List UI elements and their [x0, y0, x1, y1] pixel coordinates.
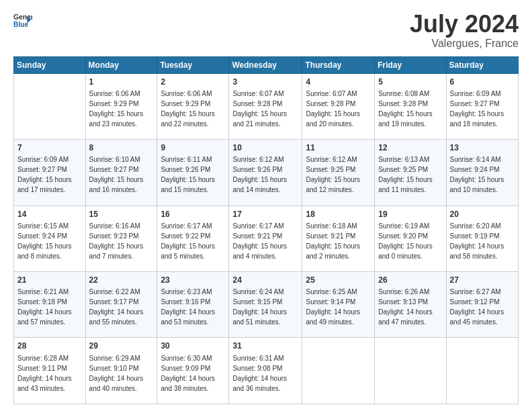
table-cell: 28Sunrise: 6:28 AMSunset: 9:11 PMDayligh…	[14, 338, 86, 404]
col-wednesday: Wednesday	[229, 56, 302, 73]
cell-details: Sunrise: 6:17 AMSunset: 9:21 PMDaylight:…	[232, 221, 298, 261]
table-cell: 17Sunrise: 6:17 AMSunset: 9:21 PMDayligh…	[229, 205, 302, 271]
calendar-table: Sunday Monday Tuesday Wednesday Thursday…	[13, 56, 519, 404]
svg-text:Blue: Blue	[13, 21, 29, 28]
table-cell	[446, 338, 518, 404]
table-cell: 4Sunrise: 6:07 AMSunset: 9:28 PMDaylight…	[302, 73, 375, 139]
logo-icon: General Blue	[13, 11, 32, 30]
page: General Blue July 2024 Valergues, France…	[0, 0, 532, 411]
cell-details: Sunrise: 6:12 AMSunset: 9:25 PMDaylight:…	[306, 154, 371, 195]
day-number: 18	[306, 209, 371, 220]
col-tuesday: Tuesday	[157, 56, 229, 73]
cell-details: Sunrise: 6:08 AMSunset: 9:28 PMDaylight:…	[378, 89, 442, 129]
day-number: 20	[450, 209, 515, 220]
cell-details: Sunrise: 6:07 AMSunset: 9:28 PMDaylight:…	[232, 89, 298, 129]
table-cell: 15Sunrise: 6:16 AMSunset: 9:23 PMDayligh…	[85, 205, 157, 271]
cell-details: Sunrise: 6:23 AMSunset: 9:16 PMDaylight:…	[161, 287, 225, 327]
day-number: 24	[232, 275, 298, 286]
day-number: 9	[161, 142, 225, 154]
table-cell: 11Sunrise: 6:12 AMSunset: 9:25 PMDayligh…	[302, 140, 375, 205]
cell-details: Sunrise: 6:18 AMSunset: 9:21 PMDaylight:…	[306, 221, 371, 261]
cell-details: Sunrise: 6:30 AMSunset: 9:09 PMDaylight:…	[161, 353, 225, 394]
cell-details: Sunrise: 6:11 AMSunset: 9:26 PMDaylight:…	[161, 154, 225, 195]
table-cell: 7Sunrise: 6:09 AMSunset: 9:27 PMDaylight…	[14, 140, 86, 205]
day-number: 12	[378, 142, 442, 154]
table-cell: 24Sunrise: 6:24 AMSunset: 9:15 PMDayligh…	[229, 272, 302, 338]
table-cell: 2Sunrise: 6:06 AMSunset: 9:29 PMDaylight…	[157, 73, 229, 139]
col-sunday: Sunday	[14, 56, 86, 73]
cell-details: Sunrise: 6:10 AMSunset: 9:27 PMDaylight:…	[89, 154, 154, 195]
day-number: 10	[232, 142, 298, 154]
day-number: 1	[89, 77, 154, 88]
cell-details: Sunrise: 6:06 AMSunset: 9:29 PMDaylight:…	[161, 89, 225, 129]
day-number: 29	[89, 340, 154, 352]
cell-details: Sunrise: 6:22 AMSunset: 9:17 PMDaylight:…	[89, 287, 154, 327]
logo: General Blue	[13, 11, 32, 30]
cell-details: Sunrise: 6:24 AMSunset: 9:15 PMDaylight:…	[232, 287, 298, 327]
table-row: 7Sunrise: 6:09 AMSunset: 9:27 PMDaylight…	[14, 140, 519, 205]
cell-details: Sunrise: 6:07 AMSunset: 9:28 PMDaylight:…	[306, 89, 371, 129]
table-cell: 8Sunrise: 6:10 AMSunset: 9:27 PMDaylight…	[85, 140, 157, 205]
table-cell: 20Sunrise: 6:20 AMSunset: 9:19 PMDayligh…	[446, 205, 518, 271]
day-number: 22	[89, 275, 154, 286]
cell-details: Sunrise: 6:21 AMSunset: 9:18 PMDaylight:…	[17, 287, 82, 327]
table-cell: 3Sunrise: 6:07 AMSunset: 9:28 PMDaylight…	[229, 73, 302, 139]
day-number: 2	[161, 77, 225, 88]
table-cell: 30Sunrise: 6:30 AMSunset: 9:09 PMDayligh…	[157, 338, 229, 404]
day-number: 30	[161, 340, 225, 352]
day-number: 28	[17, 340, 82, 352]
table-row: 28Sunrise: 6:28 AMSunset: 9:11 PMDayligh…	[14, 338, 519, 404]
day-number: 7	[17, 142, 82, 154]
table-cell: 21Sunrise: 6:21 AMSunset: 9:18 PMDayligh…	[14, 272, 86, 338]
cell-details: Sunrise: 6:09 AMSunset: 9:27 PMDaylight:…	[450, 89, 515, 129]
cell-details: Sunrise: 6:13 AMSunset: 9:25 PMDaylight:…	[378, 154, 442, 195]
title-block: July 2024 Valergues, France	[410, 11, 519, 50]
day-number: 3	[232, 77, 298, 88]
cell-details: Sunrise: 6:16 AMSunset: 9:23 PMDaylight:…	[89, 221, 154, 261]
day-number: 23	[161, 275, 225, 286]
table-cell: 1Sunrise: 6:06 AMSunset: 9:29 PMDaylight…	[85, 73, 157, 139]
location-title: Valergues, France	[410, 38, 519, 50]
cell-details: Sunrise: 6:26 AMSunset: 9:13 PMDaylight:…	[378, 287, 442, 327]
cell-details: Sunrise: 6:19 AMSunset: 9:20 PMDaylight:…	[378, 221, 442, 261]
table-row: 1Sunrise: 6:06 AMSunset: 9:29 PMDaylight…	[14, 73, 519, 139]
cell-details: Sunrise: 6:17 AMSunset: 9:22 PMDaylight:…	[161, 221, 225, 261]
table-cell	[375, 338, 446, 404]
table-cell: 26Sunrise: 6:26 AMSunset: 9:13 PMDayligh…	[375, 272, 446, 338]
table-cell: 12Sunrise: 6:13 AMSunset: 9:25 PMDayligh…	[375, 140, 446, 205]
day-number: 19	[378, 209, 442, 220]
day-number: 11	[306, 142, 371, 154]
cell-details: Sunrise: 6:27 AMSunset: 9:12 PMDaylight:…	[450, 287, 515, 327]
table-cell: 14Sunrise: 6:15 AMSunset: 9:24 PMDayligh…	[14, 205, 86, 271]
table-cell	[302, 338, 375, 404]
table-cell: 5Sunrise: 6:08 AMSunset: 9:28 PMDaylight…	[375, 73, 446, 139]
table-cell: 25Sunrise: 6:25 AMSunset: 9:14 PMDayligh…	[302, 272, 375, 338]
table-cell: 31Sunrise: 6:31 AMSunset: 9:08 PMDayligh…	[229, 338, 302, 404]
day-number: 13	[450, 142, 515, 154]
cell-details: Sunrise: 6:06 AMSunset: 9:29 PMDaylight:…	[89, 89, 154, 129]
cell-details: Sunrise: 6:09 AMSunset: 9:27 PMDaylight:…	[17, 154, 82, 195]
day-number: 31	[232, 340, 298, 352]
table-row: 14Sunrise: 6:15 AMSunset: 9:24 PMDayligh…	[14, 205, 519, 271]
table-row: 21Sunrise: 6:21 AMSunset: 9:18 PMDayligh…	[14, 272, 519, 338]
day-number: 8	[89, 142, 154, 154]
table-cell: 23Sunrise: 6:23 AMSunset: 9:16 PMDayligh…	[157, 272, 229, 338]
table-cell: 16Sunrise: 6:17 AMSunset: 9:22 PMDayligh…	[157, 205, 229, 271]
col-thursday: Thursday	[302, 56, 375, 73]
table-cell: 29Sunrise: 6:29 AMSunset: 9:10 PMDayligh…	[85, 338, 157, 404]
table-cell: 13Sunrise: 6:14 AMSunset: 9:24 PMDayligh…	[446, 140, 518, 205]
cell-details: Sunrise: 6:14 AMSunset: 9:24 PMDaylight:…	[450, 154, 515, 195]
cell-details: Sunrise: 6:31 AMSunset: 9:08 PMDaylight:…	[232, 353, 298, 394]
day-number: 14	[17, 209, 82, 220]
table-cell: 6Sunrise: 6:09 AMSunset: 9:27 PMDaylight…	[446, 73, 518, 139]
cell-details: Sunrise: 6:25 AMSunset: 9:14 PMDaylight:…	[306, 287, 371, 327]
day-number: 5	[378, 77, 442, 88]
day-number: 15	[89, 209, 154, 220]
table-cell	[14, 73, 86, 139]
cell-details: Sunrise: 6:20 AMSunset: 9:19 PMDaylight:…	[450, 221, 515, 261]
month-title: July 2024	[410, 11, 519, 38]
col-saturday: Saturday	[446, 56, 518, 73]
day-number: 17	[232, 209, 298, 220]
table-cell: 27Sunrise: 6:27 AMSunset: 9:12 PMDayligh…	[446, 272, 518, 338]
cell-details: Sunrise: 6:28 AMSunset: 9:11 PMDaylight:…	[17, 353, 82, 394]
